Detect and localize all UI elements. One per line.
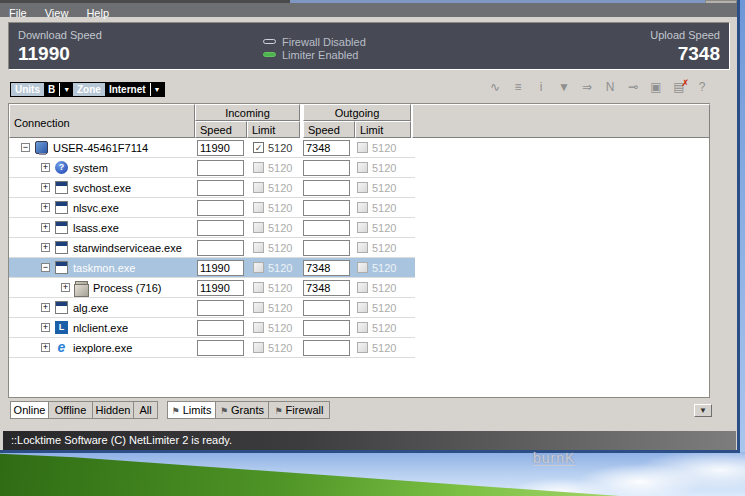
menu-item-view[interactable]: View	[36, 6, 78, 20]
tab-hidden[interactable]: Hidden	[92, 401, 134, 419]
outcoming-limit-checkbox[interactable]	[357, 142, 368, 153]
incoming-limit-checkbox[interactable]	[253, 342, 264, 353]
incoming-limit-checkbox[interactable]	[253, 182, 264, 193]
expand-toggle[interactable]: +	[41, 243, 50, 252]
incoming-speed-input[interactable]	[197, 260, 244, 276]
outcoming-speed-input[interactable]	[303, 340, 350, 356]
info-icon[interactable]: i	[534, 80, 548, 95]
chevron-down-icon[interactable]: ▼	[150, 83, 164, 96]
expand-toggle[interactable]: +	[41, 323, 50, 332]
outcoming-speed-input[interactable]	[303, 220, 350, 236]
tab-offline[interactable]: Offline	[48, 401, 93, 419]
outcoming-limit-checkbox[interactable]	[357, 202, 368, 213]
outcoming-speed-input[interactable]	[303, 280, 350, 296]
outcoming-limit-checkbox[interactable]	[357, 182, 368, 193]
outcoming-limit-checkbox[interactable]	[357, 262, 368, 273]
collapse-toggle[interactable]: −	[21, 143, 30, 152]
incoming-limit-checkbox[interactable]	[253, 282, 264, 293]
expand-toggle[interactable]: +	[41, 183, 50, 192]
outcoming-limit-checkbox[interactable]	[357, 302, 368, 313]
incoming-limit-checkbox[interactable]	[253, 222, 264, 233]
incoming-limit-value: 5120	[268, 278, 292, 298]
table-row[interactable]: +alg.exe51205120	[9, 298, 415, 318]
incoming-speed-input[interactable]	[197, 220, 244, 236]
tab-limits[interactable]: ⚑Limits	[167, 401, 216, 419]
menu-item-help[interactable]: Help	[77, 6, 118, 20]
outcoming-speed-input[interactable]	[303, 160, 350, 176]
outcoming-limit-checkbox[interactable]	[357, 342, 368, 353]
outcoming-limit-checkbox[interactable]	[357, 162, 368, 173]
outcoming-speed-input[interactable]	[303, 140, 350, 156]
table-row[interactable]: +?system51205120	[9, 158, 415, 178]
traffic-graph-icon[interactable]: ∿	[488, 80, 502, 95]
incoming-limit-checkbox[interactable]: ✓	[253, 142, 264, 153]
outcoming-limit-value: 5120	[372, 278, 396, 298]
incoming-limit-checkbox[interactable]	[253, 322, 264, 333]
tab-grants[interactable]: ⚑Grants	[215, 401, 269, 419]
outcoming-speed-input[interactable]	[303, 320, 350, 336]
table-row[interactable]: +nlsvc.exe51205120	[9, 198, 415, 218]
table-row[interactable]: −USER-45461F7114✓51205120	[9, 138, 415, 158]
column-header-outgoing[interactable]: Outgoing	[303, 104, 411, 121]
collapse-toggle[interactable]: −	[41, 263, 50, 272]
table-row[interactable]: −taskmon.exe51205120	[9, 258, 415, 278]
scroll-down-button[interactable]: ▼	[694, 404, 712, 417]
incoming-limit-checkbox[interactable]	[253, 262, 264, 273]
table-row[interactable]: +svchost.exe51205120	[9, 178, 415, 198]
expand-toggle[interactable]: +	[41, 203, 50, 212]
expand-toggle[interactable]: +	[41, 343, 50, 352]
help-icon[interactable]: ?	[695, 80, 709, 95]
tab-all[interactable]: All	[133, 401, 158, 419]
column-header-incoming[interactable]: Incoming	[195, 104, 300, 121]
remote-connect-icon[interactable]: ⊸	[626, 80, 640, 95]
outcoming-limit-value: 5120	[372, 138, 396, 158]
outcoming-limit-checkbox[interactable]	[357, 282, 368, 293]
stats-list-icon[interactable]: ≡	[511, 80, 525, 95]
expand-toggle[interactable]: +	[61, 283, 70, 292]
incoming-speed-input[interactable]	[197, 200, 244, 216]
outcoming-limit-checkbox[interactable]	[357, 222, 368, 233]
outcoming-speed-input[interactable]	[303, 180, 350, 196]
column-header-outgoing-speed[interactable]: Speed	[303, 121, 355, 138]
outcoming-speed-input[interactable]	[303, 300, 350, 316]
incoming-speed-input[interactable]	[197, 240, 244, 256]
incoming-speed-input[interactable]	[197, 160, 244, 176]
incoming-speed-input[interactable]	[197, 140, 244, 156]
menu-item-file[interactable]: File	[0, 6, 36, 20]
outcoming-limit-checkbox[interactable]	[357, 242, 368, 253]
show-windows-icon[interactable]: ▣	[649, 80, 663, 95]
table-row[interactable]: +Process (716)51205120	[9, 278, 415, 298]
column-header-incoming-speed[interactable]: Speed	[195, 121, 247, 138]
outcoming-speed-input[interactable]	[303, 240, 350, 256]
tab-firewall[interactable]: ⚑Firewall	[268, 401, 330, 419]
outcoming-speed-input[interactable]	[303, 260, 350, 276]
incoming-limit-checkbox[interactable]	[253, 302, 264, 313]
zone-dropdown[interactable]: Zone Internet ▼	[72, 82, 165, 97]
table-row[interactable]: +starwindserviceae.exe51205120	[9, 238, 415, 258]
outcoming-speed-input[interactable]	[303, 200, 350, 216]
redirect-icon[interactable]: ⇒	[580, 80, 594, 95]
tab-online[interactable]: Online	[10, 401, 49, 419]
incoming-limit-checkbox[interactable]	[253, 162, 264, 173]
incoming-speed-input[interactable]	[197, 320, 244, 336]
table-row[interactable]: +eiexplore.exe51205120	[9, 338, 415, 358]
expand-toggle[interactable]: +	[41, 303, 50, 312]
column-header-incoming-limit[interactable]: Limit	[247, 121, 300, 138]
units-dropdown[interactable]: Units B ▼	[10, 82, 74, 97]
expand-toggle[interactable]: +	[41, 223, 50, 232]
incoming-limit-checkbox[interactable]	[253, 202, 264, 213]
column-header-outgoing-limit[interactable]: Limit	[355, 121, 411, 138]
incoming-speed-input[interactable]	[197, 340, 244, 356]
notes-icon[interactable]: N	[603, 80, 617, 95]
table-row[interactable]: +Lnlclient.exe51205120	[9, 318, 415, 338]
table-row[interactable]: +lsass.exe51205120	[9, 218, 415, 238]
filter-icon[interactable]: ▼	[557, 80, 571, 95]
incoming-speed-input[interactable]	[197, 280, 244, 296]
incoming-speed-input[interactable]	[197, 300, 244, 316]
incoming-limit-checkbox[interactable]	[253, 242, 264, 253]
remove-limit-icon[interactable]: ▤✗	[672, 80, 686, 95]
outcoming-limit-checkbox[interactable]	[357, 322, 368, 333]
expand-toggle[interactable]: +	[41, 163, 50, 172]
column-header-connection[interactable]: Connection	[9, 104, 195, 138]
incoming-speed-input[interactable]	[197, 180, 244, 196]
